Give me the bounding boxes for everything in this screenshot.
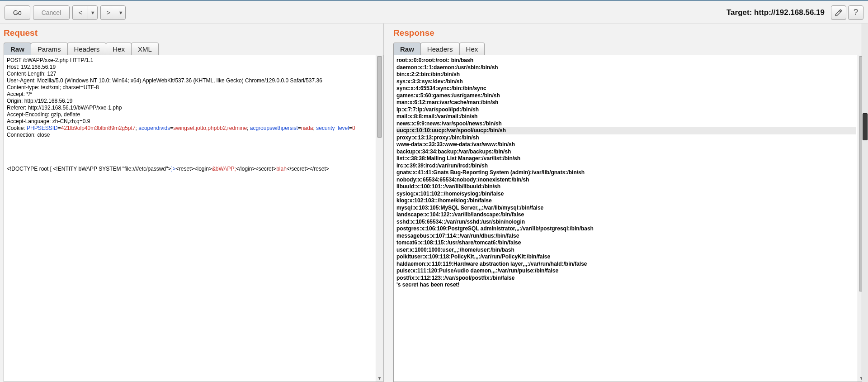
request-content[interactable]: POST /bWAPP/xxe-2.php HTTP/1.1 Host: 192… [4,55,383,382]
next-group: > ▼ [100,5,126,20]
response-line: sshd:x:105:65534::/var/run/sshd:/usr/sbi… [396,219,856,226]
request-tabs: RawParamsHeadersHexXML [4,43,383,55]
response-line: proxy:x:13:13:proxy:/bin:/bin/sh [396,134,856,142]
scroll-down-icon[interactable]: ▼ [376,374,383,382]
response-line: sync:x:4:65534:sync:/bin:/bin/sync [396,85,856,92]
window-scrollbar[interactable] [862,24,868,382]
response-title: Response [393,28,865,38]
response-line: games:x:5:60:games:/usr/games:/bin/sh [396,92,856,100]
next-button[interactable]: > [100,5,116,20]
response-tabs: RawHeadersHex [393,43,865,55]
response-line: man:x:6:12:man:/var/cache/man:/bin/sh [396,99,856,106]
response-line: root:x:0:0:root:/root: bin/bash [396,57,856,64]
response-line: mysql:x:103:105:MySQL Server,,,:/var/lib… [396,205,856,212]
response-pane: Response RawHeadersHex root:x:0:0:root:/… [387,24,868,382]
go-button[interactable]: Go [5,5,30,20]
response-line: uucp:x:10:10:uucp:/var/spool/uucp:/bin/s… [396,127,856,134]
window-scroll-thumb[interactable] [863,113,868,140]
response-line: news:x:9:9:news:/var/spool/news:/bin/sh [396,120,856,128]
help-icon[interactable]: ? [848,5,863,20]
scroll-thumb[interactable] [377,56,382,138]
response-line: bin:x:2:2:bin:/bin:/bin/sh [396,71,856,78]
response-line: klog:x:102:103::/home/klog:/bin/false [396,197,856,205]
response-line: landscape:x:104:122::/var/lib/landscape:… [396,211,856,219]
tab-raw[interactable]: Raw [4,43,31,55]
response-line: lp:x:7:7:lp:/var/spool/lpd:/bin/sh [396,106,856,114]
request-scrollbar[interactable]: ▲ ▼ [376,55,383,382]
response-line: 's secret has been reset! [396,282,856,289]
response-line: postfix:x:112:123::/var/spool/postfix:/b… [396,275,856,282]
request-pane: Request RawParamsHeadersHexXML POST /bWA… [0,24,383,382]
toolbar: Go Cancel < ▼ > ▼ Target: http://192.168… [0,0,868,24]
tab-headers[interactable]: Headers [67,43,107,55]
prev-dropdown[interactable]: ▼ [88,5,98,20]
response-line: backup:x:34:34:backup:/var/backups:/bin/… [396,148,856,156]
response-line: polkituser:x:109:118:PolicyKit,,,:/var/r… [396,253,856,261]
response-line: postgres:x:106:109:PostgreSQL administra… [396,225,856,233]
response-line: libuuid:x:100:101::/var/lib/libuuid:/bin… [396,183,856,191]
next-dropdown[interactable]: ▼ [116,5,126,20]
cancel-button[interactable]: Cancel [33,5,70,20]
response-line: nobody:x:65534:65534:nobody:/nonexistent… [396,177,856,184]
prev-group: < ▼ [72,5,98,20]
response-line: pulse:x:111:120:PulseAudio daemon,,,:/va… [396,267,856,275]
response-line: www-data:x:33:33:www-data:/var/www:/bin/… [396,141,856,148]
response-line: list:x:38:38:Mailing List Manager:/var/l… [396,155,856,162]
response-line: sys:x:3:3:sys:/dev:/bin/sh [396,78,856,86]
response-line: mail:x:8:8:mail:/var/mail:/bin/sh [396,113,856,120]
response-line: irc:x:39:39:ircd:/var/run/ircd:/bin/sh [396,162,856,170]
pane-divider[interactable] [383,24,387,382]
tab-headers[interactable]: Headers [420,43,460,55]
response-line: messagebus:x:107:114::/var/run/dbus:/bin… [396,233,856,240]
response-line: tomcat6:x:108:115::/usr/share/tomcat6:/b… [396,239,856,247]
response-line: gnats:x:41:41:Gnats Bug-Reporting System… [396,169,856,177]
panes: Request RawParamsHeadersHexXML POST /bWA… [0,24,868,382]
tab-xml[interactable]: XML [131,43,159,55]
edit-icon[interactable] [831,5,846,20]
tab-hex[interactable]: Hex [106,43,132,55]
response-line: haldaemon:x:110:119:Hardware abstraction… [396,261,856,268]
tab-raw[interactable]: Raw [393,43,421,55]
response-content[interactable]: root:x:0:0:root:/root: bin/bashdaemon:x:… [393,55,865,382]
target-label: Target: http://192.168.56.19 [726,8,825,17]
tab-hex[interactable]: Hex [459,43,485,55]
response-line: daemon:x:1:1:daemon:/usr/sbin:/bin/sh [396,64,856,72]
response-line: syslog:x:101:102::/home/syslog:/bin/fals… [396,191,856,198]
prev-button[interactable]: < [72,5,88,20]
request-title: Request [4,28,383,38]
response-line: user:x:1000:1000:user,,,:/home/user:/bin… [396,247,856,254]
tab-params[interactable]: Params [31,43,68,55]
